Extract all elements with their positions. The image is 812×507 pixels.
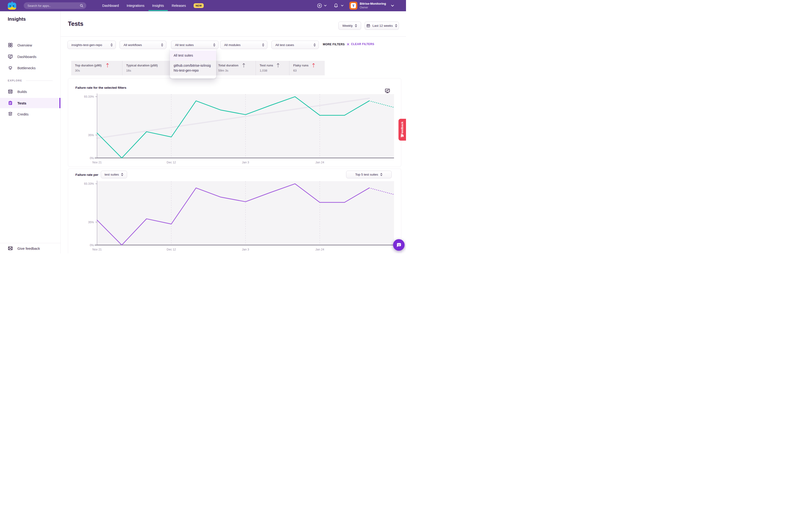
svg-text:Nov 21: Nov 21 — [92, 248, 102, 251]
svg-text:93.33%: 93.33% — [84, 95, 94, 98]
grid-icon — [8, 43, 13, 48]
failure-rate-chart-svg: 0%35%93.33%Nov 21Dec 12Jan 3Jan 24 — [70, 92, 398, 166]
dimension-value: test suites — [105, 173, 119, 176]
trend-up-icon — [276, 63, 280, 68]
chat-smiley-icon — [396, 242, 402, 248]
svg-text:35%: 35% — [88, 221, 94, 224]
svg-text:0%: 0% — [90, 157, 94, 160]
date-range-select[interactable]: Last 12 weeks — [365, 21, 399, 30]
stat-label: Total duration — [218, 64, 239, 67]
updown-caret-icon — [380, 173, 383, 176]
test-cases-filter-value: All test cases — [271, 43, 312, 47]
clear-filters-button[interactable]: CLEAR FILTERS — [347, 43, 374, 46]
notifications-bell-icon[interactable] — [334, 3, 339, 8]
chat-launcher-button[interactable] — [393, 239, 405, 251]
updown-caret-icon — [161, 43, 163, 47]
stat-value: 30s — [75, 69, 120, 72]
date-range-value: Last 12 weeks — [372, 24, 393, 27]
stat-total-duration: Total duration 59m 3s — [214, 61, 256, 75]
sidebar-item-label: Builds — [17, 90, 27, 94]
top-suites-select[interactable]: Top 5 test suites — [346, 171, 392, 178]
stat-flaky-runs: Flaky runs 63 — [289, 61, 325, 75]
updown-caret-icon — [355, 24, 357, 27]
svg-text:Jan 3: Jan 3 — [242, 248, 249, 251]
modules-filter-select[interactable]: All modules — [220, 41, 267, 49]
feedback-tab[interactable]: Feedback — [399, 119, 406, 140]
updown-caret-icon — [213, 43, 215, 47]
top-suites-value: Top 5 test suites — [355, 173, 378, 176]
workflows-filter-select[interactable]: All workflows — [119, 41, 166, 49]
smiley-bubble-icon — [400, 134, 404, 138]
updown-caret-icon — [110, 43, 113, 47]
test-suites-filter-select[interactable]: All test suites — [171, 41, 218, 49]
header-divider — [60, 36, 406, 37]
sidebar-item-credits[interactable]: Credits — [0, 109, 60, 119]
x-icon — [347, 43, 349, 46]
add-new-chevron-icon[interactable] — [324, 5, 326, 7]
primary-nav-links: Dashboard Integrations Insights Releases… — [102, 0, 204, 11]
stat-label: Typical duration (p50) — [126, 64, 158, 67]
give-feedback-button[interactable]: Give feedback — [0, 243, 60, 253]
svg-text:Jan 24: Jan 24 — [315, 161, 324, 164]
sidebar: Insights Overview Dashboards Bottlenecks… — [0, 11, 61, 253]
calendar-icon — [366, 24, 370, 28]
svg-text:Dec 12: Dec 12 — [166, 248, 176, 251]
notifications-chevron-icon[interactable] — [341, 5, 344, 7]
granularity-select[interactable]: Weekly — [338, 21, 361, 30]
top-nav: Dashboard Integrations Insights Releases… — [0, 0, 406, 11]
menu-option-all-test-suites[interactable]: All test suites — [170, 50, 216, 61]
nav-link-dashboard[interactable]: Dashboard — [102, 4, 119, 7]
nav-link-insights[interactable]: Insights — [152, 4, 164, 7]
workspace-avatar[interactable]: T — [349, 2, 357, 10]
sidebar-item-label: Overview — [17, 43, 32, 47]
workspace-chevron-icon[interactable] — [391, 5, 394, 7]
coins-icon — [8, 111, 13, 117]
nav-link-integrations[interactable]: Integrations — [126, 4, 145, 7]
dimension-select[interactable]: test suites — [101, 171, 127, 178]
failure-rate-per-label: Failure rate per — [75, 173, 98, 176]
sidebar-title: Insights — [8, 16, 26, 22]
stat-label: Test runs — [260, 64, 273, 67]
trend-up-icon — [106, 63, 109, 68]
workspace-name[interactable]: Bitrise-Monitoring — [360, 2, 386, 5]
svg-text:0%: 0% — [90, 244, 94, 247]
trend-up-icon — [312, 63, 315, 68]
svg-text:93.33%: 93.33% — [84, 182, 94, 185]
nav-link-releases[interactable]: Releases — [172, 4, 186, 7]
failure-rate-per-chart-svg: 0%35%93.33%Nov 21Dec 12Jan 3Jan 24 — [70, 179, 398, 253]
sidebar-item-label: Credits — [17, 112, 29, 116]
sidebar-item-dashboards[interactable]: Dashboards — [0, 51, 60, 62]
menu-option-repo-suite[interactable]: github.com/bitrise-io/insights-test-gen-… — [170, 61, 216, 75]
add-new-icon[interactable] — [317, 3, 322, 8]
bitrise-insights-tests-page: Dashboard Integrations Insights Releases… — [0, 0, 406, 253]
give-feedback-label: Give feedback — [17, 246, 40, 250]
sidebar-item-builds[interactable]: Builds — [0, 87, 60, 97]
envelope-icon — [8, 246, 13, 251]
sidebar-item-label: Dashboards — [17, 55, 37, 59]
sidebar-item-overview[interactable]: Overview — [0, 40, 60, 50]
updown-caret-icon — [262, 43, 264, 47]
builds-icon — [8, 89, 13, 94]
app-search — [24, 2, 86, 9]
test-suites-filter-value: All test suites — [171, 43, 211, 47]
failure-rate-chart-title: Failure rate for the selected filters — [75, 86, 126, 90]
svg-text:Nov 21: Nov 21 — [92, 161, 102, 164]
bitrise-logo[interactable] — [8, 2, 16, 10]
test-cases-filter-select[interactable]: All test cases — [271, 41, 319, 49]
add-to-dashboard-icon[interactable] — [385, 88, 390, 94]
clear-filters-label: CLEAR FILTERS — [351, 43, 374, 46]
stat-typical-duration: Typical duration (p50) 16s — [122, 61, 170, 75]
sidebar-item-label: Bottlenecks — [17, 66, 36, 70]
stat-value: 16s — [126, 69, 168, 72]
sidebar-item-bottlenecks[interactable]: Bottlenecks — [0, 63, 60, 73]
app-filter-select[interactable]: insights-test-gen-repo — [67, 41, 116, 49]
failure-rate-per-chart: 0%35%93.33%Nov 21Dec 12Jan 3Jan 24 — [70, 179, 398, 253]
trend-up-icon — [242, 63, 245, 68]
search-icon[interactable] — [80, 4, 84, 7]
stat-value: 1,038 — [260, 69, 287, 72]
sidebar-item-tests[interactable]: Tests — [0, 98, 60, 108]
search-input[interactable] — [24, 4, 80, 7]
more-filters-button[interactable]: MORE FILTERS — [323, 43, 345, 46]
svg-text:Jan 3: Jan 3 — [242, 161, 249, 164]
explore-divider — [26, 80, 53, 81]
